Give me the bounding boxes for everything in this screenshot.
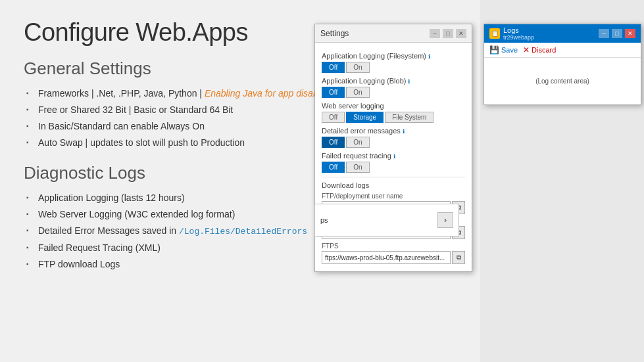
logs-close-button[interactable]: ✕ xyxy=(625,29,635,38)
detailed-text: Detailed Error Messages saved in xyxy=(38,225,179,236)
web-logging-storage-button[interactable]: Storage xyxy=(346,112,384,123)
bitness-text: Free or Shared 32 Bit | Basic or Standar… xyxy=(38,104,233,115)
failed-request-off-button[interactable]: Off xyxy=(322,162,345,173)
detailed-errors-toggle: Off On xyxy=(322,137,465,148)
section-divider xyxy=(322,177,465,177)
discard-icon: ✕ xyxy=(523,45,530,55)
settings-titlebar-controls: – □ ✕ xyxy=(430,29,466,38)
app-logging-fs-off-button[interactable]: Off xyxy=(322,62,345,73)
logs-empty-message: (Log content area) xyxy=(535,78,589,85)
logs-window: 📋 Logs tr29webapp – □ ✕ 💾 Save ✕ Discard… xyxy=(483,24,641,105)
web-server-logging-toggle: Off Storage File System xyxy=(322,112,465,123)
logs-maximize-button[interactable]: □ xyxy=(612,29,622,38)
logs-titlebar: 📋 Logs tr29webapp – □ ✕ xyxy=(484,24,641,43)
autoswap-text: Auto Swap | updates to slot will push to… xyxy=(38,137,245,148)
weblog-text: Web Server Logging (W3C extended log for… xyxy=(38,209,235,219)
settings-titlebar: Settings – □ ✕ xyxy=(315,24,472,43)
app-logging-fs-on-button[interactable]: On xyxy=(346,62,369,73)
failed-request-label: Failed request tracing ℹ xyxy=(322,152,465,160)
download-logs-label: Download logs xyxy=(322,181,465,189)
info-icon: ℹ xyxy=(428,53,430,60)
web-server-logging-label: Web server logging xyxy=(322,102,465,110)
web-logging-off-button[interactable]: Off xyxy=(322,112,345,123)
detailed-errors-off-button[interactable]: Off xyxy=(322,137,345,148)
arrow-icon: › xyxy=(444,215,447,225)
detailed-errors-label: Detailed error messages ℹ xyxy=(322,127,465,135)
failed-text: Failed Request Tracing (XML) xyxy=(38,242,161,253)
app-logging-blob-off-button[interactable]: Off xyxy=(322,87,345,98)
app-logging-fs-label: Application Logging (Filesystem) ℹ xyxy=(322,52,465,60)
info-icon-detailed: ℹ xyxy=(403,128,405,135)
web-logging-filesystem-button[interactable]: File System xyxy=(385,112,433,123)
app-logging-blob-toggle: Off On xyxy=(322,87,465,98)
partial-window-arrow-button[interactable]: › xyxy=(437,212,453,228)
settings-window-title: Settings xyxy=(320,29,349,38)
detailed-errors-on-button[interactable]: On xyxy=(346,137,369,148)
logs-window-subtitle: tr29webapp xyxy=(503,34,534,41)
settings-minimize-button[interactable]: – xyxy=(430,29,440,38)
discard-label: Discard xyxy=(532,46,556,54)
logs-window-title: Logs xyxy=(503,26,534,34)
partial-window-text: ps xyxy=(320,216,328,224)
ftps-url-copy-button[interactable]: ⧉ xyxy=(452,251,465,264)
logs-content: (Log content area) xyxy=(484,58,641,104)
logs-save-button[interactable]: 💾 Save xyxy=(489,45,518,55)
save-icon: 💾 xyxy=(489,45,499,55)
info-icon-failed: ℹ xyxy=(393,153,395,160)
logs-titlebar-controls: – □ ✕ xyxy=(599,29,635,38)
save-label: Save xyxy=(501,46,518,54)
alwayson-text: In Basic/Standard can enable Always On xyxy=(38,121,205,131)
logs-app-icon: 📋 xyxy=(489,28,500,39)
ftps-label: FTPS xyxy=(322,242,465,250)
ftps-url-field-row: ⧉ xyxy=(322,251,465,264)
failed-request-on-button[interactable]: On xyxy=(346,162,369,173)
info-icon-blob: ℹ xyxy=(408,78,410,85)
logs-toolbar: 💾 Save ✕ Discard xyxy=(484,43,641,58)
logs-discard-button[interactable]: ✕ Discard xyxy=(523,45,556,55)
failed-request-toggle: Off On xyxy=(322,162,465,173)
frameworks-text: Frameworks | .Net, .PHP, Java, Python | xyxy=(38,88,205,99)
applog-text: Application Logging (lasts 12 hours) xyxy=(38,192,185,203)
logs-titlebar-left: 📋 Logs tr29webapp xyxy=(489,26,534,41)
logs-title-info: Logs tr29webapp xyxy=(503,26,534,41)
app-logging-blob-on-button[interactable]: On xyxy=(346,87,369,98)
detailed-path: /Log.Files/DetailedErrors xyxy=(179,227,307,237)
logs-minimize-button[interactable]: – xyxy=(599,29,609,38)
settings-close-button[interactable]: ✕ xyxy=(456,29,466,38)
ftp-username-label: FTP/deployment user name xyxy=(322,192,465,200)
ftp-text: FTP download Logs xyxy=(38,259,120,269)
app-logging-fs-toggle: Off On xyxy=(322,62,465,73)
settings-content: Application Logging (Filesystem) ℹ Off O… xyxy=(315,43,472,271)
partial-app-window: ps › xyxy=(314,204,459,237)
settings-maximize-button[interactable]: □ xyxy=(443,29,453,38)
ftps-url-input[interactable] xyxy=(322,251,451,264)
app-logging-blob-label: Application Logging (Blob) ℹ xyxy=(322,77,465,85)
